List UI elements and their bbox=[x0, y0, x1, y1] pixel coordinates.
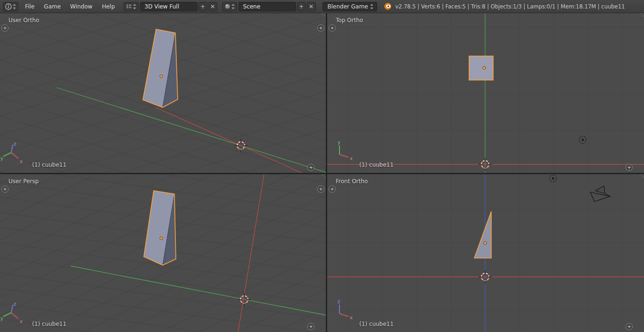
screen-layout-icon bbox=[125, 3, 132, 10]
dropdown-arrows-icon bbox=[370, 3, 374, 10]
blender-logo-icon bbox=[384, 2, 392, 10]
plus-glyph: + bbox=[627, 164, 631, 170]
region-expand-icon[interactable]: + bbox=[1, 186, 8, 193]
scene-name-field[interactable]: Scene bbox=[239, 2, 296, 11]
menu-help[interactable]: Help bbox=[97, 0, 119, 13]
menu-window[interactable]: Window bbox=[66, 0, 97, 13]
region-expand-icon[interactable]: + bbox=[317, 24, 324, 32]
object-wedge-top[interactable] bbox=[469, 56, 493, 80]
viewport-canvas[interactable]: z x bbox=[327, 174, 644, 332]
svg-text:x: x bbox=[20, 319, 23, 324]
viewport-top-ortho[interactable]: y x Top Ortho (1) cuube11 + + bbox=[327, 13, 644, 173]
object-origin-dot bbox=[160, 75, 163, 78]
info-header: File Game Window Help 3D View Full + ✕ bbox=[0, 0, 644, 13]
svg-text:y: y bbox=[0, 156, 3, 161]
object-origin-dot bbox=[483, 66, 486, 69]
active-object-label: (1) cuube11 bbox=[32, 321, 66, 327]
active-object-label: (1) cuube11 bbox=[359, 321, 394, 327]
plus-glyph: + bbox=[319, 25, 323, 31]
region-expand-icon[interactable]: + bbox=[329, 186, 336, 193]
active-object-label: (1) cuube11 bbox=[32, 162, 66, 168]
view-name-label: Front Ortho bbox=[336, 178, 368, 185]
plus-glyph: + bbox=[309, 324, 313, 330]
viewport-user-persp[interactable]: z y x User Persp (1) cuube11 + + + bbox=[0, 174, 326, 332]
plus-glyph: + bbox=[3, 25, 7, 31]
view-name-label: User Ortho bbox=[8, 17, 39, 24]
scene-browse-button[interactable] bbox=[222, 2, 237, 11]
screen-layout-browse-button[interactable] bbox=[124, 2, 139, 11]
svg-text:z: z bbox=[14, 301, 16, 307]
blender-window: File Game Window Help 3D View Full + ✕ bbox=[0, 0, 644, 332]
svg-text:x: x bbox=[350, 315, 353, 320]
region-expand-icon[interactable]: + bbox=[626, 323, 633, 330]
region-expand-icon[interactable]: + bbox=[317, 186, 324, 193]
close-scene-button[interactable]: ✕ bbox=[307, 2, 316, 11]
svg-text:z: z bbox=[14, 141, 16, 146]
region-expand-icon[interactable]: + bbox=[307, 164, 314, 171]
plus-glyph: + bbox=[319, 186, 323, 192]
view-name-label: Top Ortho bbox=[336, 17, 363, 24]
screen-name-field[interactable]: 3D View Full bbox=[140, 2, 198, 11]
region-expand-icon[interactable]: + bbox=[626, 164, 633, 171]
svg-text:y: y bbox=[0, 316, 3, 321]
info-editor-icon bbox=[5, 3, 12, 10]
view-name-label: User Persp bbox=[8, 178, 39, 185]
viewport-canvas[interactable]: z y x bbox=[0, 13, 326, 173]
active-object-label: (1) cuube11 bbox=[359, 162, 394, 168]
svg-text:x: x bbox=[350, 156, 353, 161]
grid-floor bbox=[327, 13, 644, 173]
object-origin-dot bbox=[484, 242, 487, 244]
scene-group: Scene + ✕ bbox=[222, 2, 316, 11]
menu-game[interactable]: Game bbox=[39, 0, 66, 13]
editor-type-selector[interactable] bbox=[3, 2, 18, 11]
svg-text:x: x bbox=[20, 159, 23, 164]
region-expand-icon[interactable]: + bbox=[307, 323, 314, 330]
viewport-splitter-horizontal[interactable] bbox=[0, 173, 644, 174]
close-screen-button[interactable]: ✕ bbox=[208, 2, 217, 11]
menu-bar: File Game Window Help bbox=[20, 0, 120, 13]
region-expand-icon[interactable]: + bbox=[1, 24, 8, 32]
viewport-front-ortho[interactable]: z x Front Ortho (1) cuube11 + + bbox=[327, 174, 644, 332]
object-origin-dot bbox=[160, 237, 163, 240]
screen-layout-group: 3D View Full + ✕ bbox=[124, 2, 217, 11]
render-engine-selector[interactable]: Blender Game bbox=[322, 2, 377, 11]
plus-glyph: + bbox=[330, 25, 334, 31]
svg-text:y: y bbox=[338, 140, 340, 145]
plus-glyph: + bbox=[309, 164, 313, 170]
menu-file[interactable]: File bbox=[20, 0, 39, 13]
dropdown-arrows-icon bbox=[132, 3, 137, 10]
plus-glyph: + bbox=[3, 186, 7, 192]
status-stats: v2.78.5 | Verts:6 | Faces:5 | Tris:8 | O… bbox=[396, 3, 625, 10]
viewport-user-ortho[interactable]: z y x User Ortho (1) cuube11 + + + bbox=[0, 13, 326, 173]
dropdown-arrows-icon bbox=[12, 3, 17, 10]
engine-label: Blender Game bbox=[328, 3, 368, 10]
add-scene-button[interactable]: + bbox=[297, 2, 306, 11]
viewport-canvas[interactable]: y x bbox=[327, 13, 644, 173]
scene-icon bbox=[224, 3, 231, 10]
add-screen-button[interactable]: + bbox=[198, 2, 207, 11]
plus-glyph: + bbox=[627, 324, 631, 330]
svg-text:z: z bbox=[338, 299, 340, 304]
dropdown-arrows-icon bbox=[231, 3, 235, 10]
region-expand-icon[interactable]: + bbox=[329, 24, 336, 32]
plus-glyph: + bbox=[330, 186, 334, 192]
viewport-canvas[interactable]: z y x bbox=[0, 174, 326, 332]
